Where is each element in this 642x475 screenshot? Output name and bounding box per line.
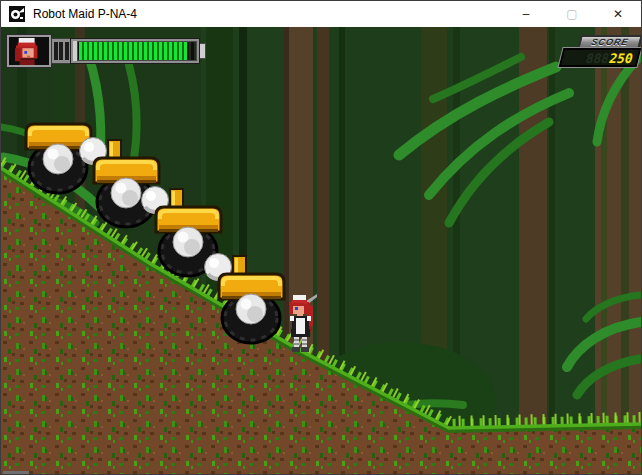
game-scene — [1, 27, 642, 475]
health-connector — [51, 38, 71, 64]
health-fill — [79, 42, 187, 60]
wheel-machine — [219, 274, 284, 343]
title-bar[interactable]: Robot Maid P-NA-4 – ▢ ✕ — [1, 1, 641, 27]
score-display: SCORE 888888 250 — [559, 35, 641, 69]
game-viewport[interactable]: SCORE 888888 250 — [1, 27, 642, 475]
app-window: Robot Maid P-NA-4 – ▢ ✕ — [0, 0, 642, 475]
score-lcd: 888888 250 — [559, 48, 642, 67]
minimize-button[interactable]: – — [503, 1, 549, 27]
health-bar — [7, 35, 215, 67]
score-plate: SCORE — [577, 35, 642, 49]
health-bar-endcap — [199, 43, 206, 59]
maid-face-icon — [9, 37, 49, 65]
app-logo-icon — [9, 6, 25, 22]
score-value: 250 — [605, 51, 634, 66]
maximize-button: ▢ — [549, 1, 595, 27]
score-label: SCORE — [590, 37, 630, 47]
close-button[interactable]: ✕ — [595, 1, 641, 27]
window-title: Robot Maid P-NA-4 — [33, 7, 503, 21]
health-bar-frame — [71, 39, 199, 63]
player-portrait — [7, 35, 51, 67]
bottom-left-strip — [3, 471, 29, 475]
